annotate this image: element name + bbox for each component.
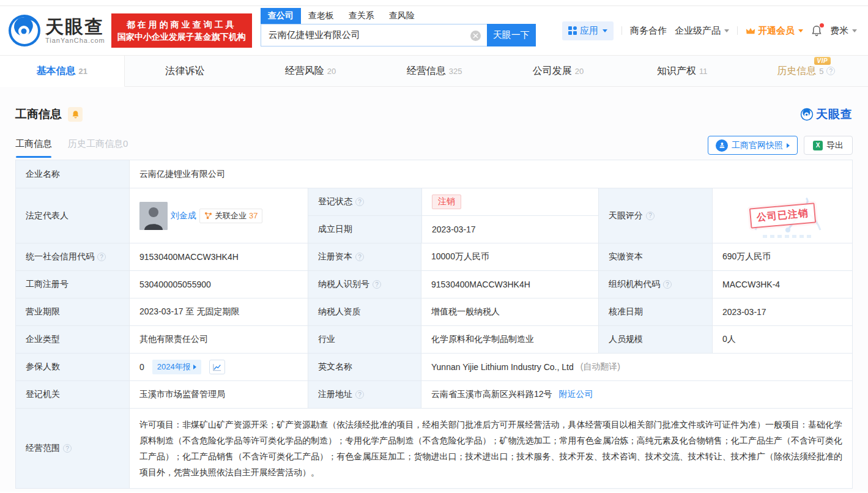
chevron-right-icon xyxy=(787,143,790,148)
official-snapshot-button[interactable]: 工商官网快照 xyxy=(708,136,798,155)
chevron-down-icon xyxy=(852,29,857,32)
field-value: 690万人民币 xyxy=(712,243,852,270)
nav-apps[interactable]: 应用 xyxy=(562,21,614,40)
table-row: 统一社会信用代码 91530400MACCW3HK4H 注册资本 10000万人… xyxy=(16,243,852,270)
legal-rep-link[interactable]: 刘金成 xyxy=(171,210,196,221)
tab-basic-info[interactable]: 基本信息21 xyxy=(0,56,125,87)
field-value: 增值税一般纳税人 xyxy=(421,298,598,325)
annual-report-badge[interactable]: 2024年报 xyxy=(152,360,201,374)
search-tab-relation[interactable]: 查关系 xyxy=(341,8,382,24)
field-label: 工商注册号 xyxy=(16,271,129,298)
table-row: 营业期限 2023-03-17 至 无固定期限 纳税人资质 增值税一般纳税人 核… xyxy=(16,298,852,325)
field-label: 英文名称 xyxy=(308,354,421,380)
table-row: 经营范围 许可项目：非煤矿山矿产资源开采；矿产资源勘查（依法须经批准的项目，经相… xyxy=(16,408,852,488)
field-label: 实缴资本 xyxy=(598,243,712,270)
tab-company-development[interactable]: 公司发展20 xyxy=(496,56,620,86)
help-icon[interactable] xyxy=(63,444,72,453)
tab-intellectual-property[interactable]: 知识产权11 xyxy=(620,56,744,86)
brand-name: 天眼查 xyxy=(45,17,105,37)
help-icon[interactable] xyxy=(373,280,381,289)
field-label: 登记状态 xyxy=(308,188,421,215)
field-value: 其他有限责任公司 xyxy=(129,326,308,353)
field-value: 化学原料和化学制品制造业 xyxy=(421,326,598,353)
table-row: 法定代表人 刘金成 关联企业 37 xyxy=(16,188,852,243)
field-value: 0人 xyxy=(712,326,852,353)
chevron-down-icon xyxy=(724,29,729,32)
nav-divider xyxy=(737,26,738,35)
search-button[interactable]: 天眼一下 xyxy=(487,24,536,46)
legal-rep-avatar[interactable] xyxy=(139,202,168,230)
score-cell: 公司已注销 xyxy=(712,188,852,243)
main-content: 工商信息 天眼查 工商信息 历史工商信息0 工商官网快照 xyxy=(0,87,868,492)
business-info-table: 企业名称 云南亿捷锂业有限公司 法定代表人 刘金成 xyxy=(15,160,853,489)
subtab-business-info[interactable]: 工商信息 xyxy=(15,138,52,158)
field-label: 法定代表人 xyxy=(16,188,129,243)
tab-history-info[interactable]: 历史信息VIP 5 xyxy=(744,56,868,86)
search-tab-risk[interactable]: 查风险 xyxy=(382,8,422,24)
nav-user-menu[interactable]: 费米 xyxy=(830,25,857,37)
field-label: 营业期限 xyxy=(16,298,129,325)
watermark-logo: 天眼查 xyxy=(800,106,853,122)
help-icon[interactable] xyxy=(355,198,364,206)
field-label: 注册地址 xyxy=(308,381,421,408)
help-icon[interactable] xyxy=(97,253,106,261)
tab-business-info[interactable]: 经营信息325 xyxy=(373,56,497,86)
trend-chart-button[interactable] xyxy=(209,360,225,374)
table-row: 企业名称 云南亿捷锂业有限公司 xyxy=(16,160,852,188)
chevron-down-icon xyxy=(603,29,607,32)
field-label: 企业类型 xyxy=(16,326,129,353)
search-tabs: 查公司 查老板 查关系 查风险 xyxy=(261,8,536,24)
clear-search-icon[interactable] xyxy=(470,31,481,41)
help-icon[interactable] xyxy=(646,212,655,220)
tianyancha-logo-icon xyxy=(7,13,42,48)
help-icon[interactable] xyxy=(826,67,835,75)
field-value: 2023-03-17 至 无固定期限 xyxy=(129,298,308,325)
english-name-cell: Yunnan Yijie Lithium Industry Co., Ltd (… xyxy=(421,354,852,380)
tab-legal-litigation[interactable]: 法律诉讼 xyxy=(125,56,249,86)
nav-divider xyxy=(621,26,622,35)
field-label: 经营范围 xyxy=(16,409,129,488)
export-button[interactable]: 导出 xyxy=(804,136,853,155)
related-companies-badge[interactable]: 关联企业 37 xyxy=(199,209,262,223)
help-icon[interactable] xyxy=(355,390,364,399)
registry-value: 玉溪市市场监督管理局 xyxy=(129,381,308,408)
subtab-history-business-info[interactable]: 历史工商信息0 xyxy=(68,138,128,158)
search-input[interactable] xyxy=(261,24,487,46)
field-label: 人员规模 xyxy=(598,326,712,353)
excel-icon xyxy=(813,141,823,150)
field-label: 企业名称 xyxy=(16,160,129,188)
header: 天眼查 TianYanCha.com 都在用的商业查询工具 国家中小企业发展子基… xyxy=(0,6,868,55)
tab-operation-risk[interactable]: 经营风险20 xyxy=(248,56,373,86)
insured-count-cell: 0 2024年报 xyxy=(129,354,308,380)
status-cell: 注销 xyxy=(421,188,598,215)
search-tab-company[interactable]: 查公司 xyxy=(261,8,301,24)
address-cell: 云南省玉溪市高新区兴科路12号 附近公司 xyxy=(421,381,852,408)
nav-cooperation[interactable]: 商务合作 xyxy=(630,25,667,37)
tianyancha-logo-icon xyxy=(800,108,814,121)
nearby-companies-link[interactable]: 附近公司 xyxy=(559,389,593,400)
field-label: 组织机构代码 xyxy=(598,271,712,298)
nav-open-vip[interactable]: 开通会员 xyxy=(746,25,803,37)
help-icon[interactable] xyxy=(663,280,672,289)
monitor-bell-button[interactable] xyxy=(68,107,83,122)
notifications-bell[interactable] xyxy=(811,25,822,37)
nav-enterprise[interactable]: 企业级产品 xyxy=(675,25,729,37)
field-value: 10000万人民币 xyxy=(421,243,598,270)
field-label: 纳税人资质 xyxy=(308,298,421,325)
field-label: 成立日期 xyxy=(308,216,421,243)
insured-count-value: 0 xyxy=(139,362,144,372)
field-label: 参保人数 xyxy=(16,354,129,380)
network-icon xyxy=(204,212,212,220)
chevron-down-icon xyxy=(798,29,803,32)
section-title: 工商信息 xyxy=(15,106,62,122)
help-icon[interactable] xyxy=(355,253,364,261)
slogan-banner: 都在用的商业查询工具 国家中小企业发展子基金旗下机构 xyxy=(111,13,252,48)
tianyancha-logo[interactable]: 天眼查 TianYanCha.com xyxy=(7,13,105,48)
crown-icon xyxy=(746,27,755,35)
line-chart-icon xyxy=(213,363,221,371)
header-nav: 应用 商务合作 企业级产品 开通会员 费米 xyxy=(562,21,857,40)
search-tab-boss[interactable]: 查老板 xyxy=(301,8,341,24)
stamp-icon xyxy=(716,139,728,152)
field-value: 2023-03-17 xyxy=(712,298,852,325)
brand-domain: TianYanCha.com xyxy=(45,37,105,44)
